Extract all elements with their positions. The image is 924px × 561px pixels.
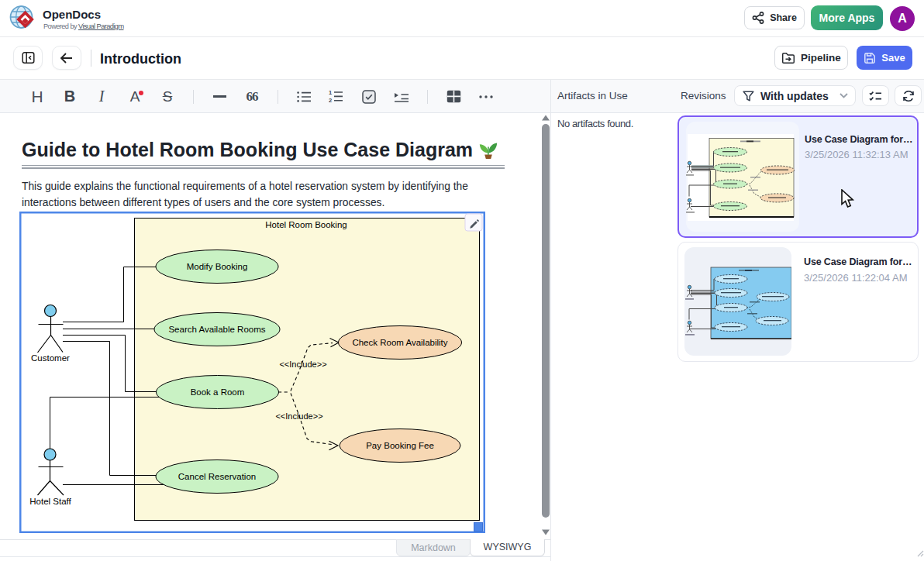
svg-text:Check Room Availability: Check Room Availability	[352, 338, 447, 347]
svg-text:Book a Room: Book a Room	[191, 387, 245, 397]
svg-text:<<Include>>: <<Include>>	[279, 360, 326, 369]
svg-text:<<Include>>: <<Include>>	[275, 411, 322, 421]
svg-text:Modify Booking: Modify Booking	[187, 262, 248, 271]
svg-text:Customer: Customer	[31, 353, 70, 363]
svg-text:2: 2	[329, 97, 332, 104]
svg-text:Search Available Rooms: Search Available Rooms	[168, 325, 265, 334]
svg-text:1: 1	[329, 90, 332, 96]
svg-text:Hotel Staff: Hotel Staff	[29, 497, 71, 506]
svg-text:Pay Booking Fee: Pay Booking Fee	[366, 441, 434, 450]
svg-text:Cancel Reservation: Cancel Reservation	[178, 472, 256, 481]
svg-text:Hotel Room Booking: Hotel Room Booking	[265, 220, 346, 229]
